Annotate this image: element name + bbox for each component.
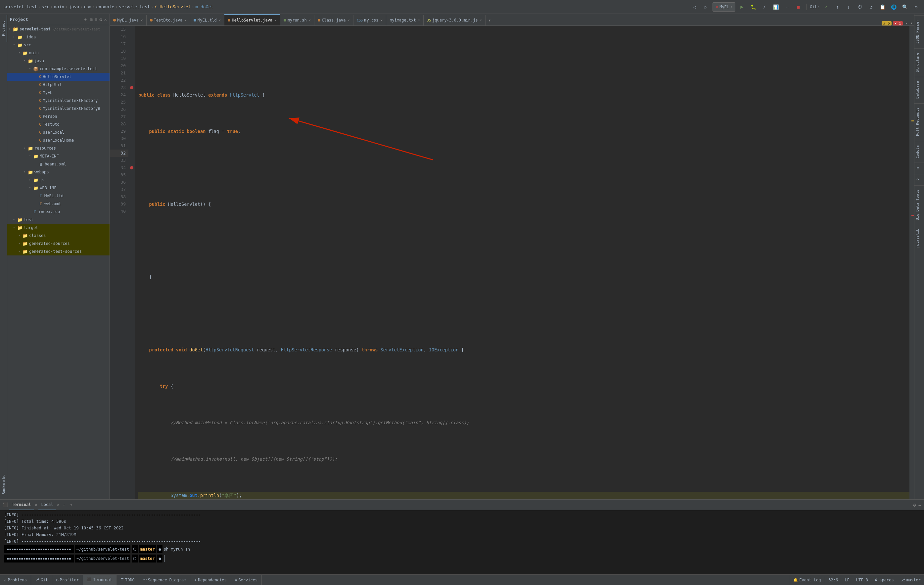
tree-item[interactable]: C UserLocalHome: [7, 136, 109, 144]
tree-scroll-icon[interactable]: ⊞: [90, 17, 92, 22]
tab-close-icon[interactable]: ✕: [274, 18, 277, 23]
tree-settings-icon[interactable]: ⚙: [99, 17, 102, 22]
tree-item[interactable]: ▾ 📁 META-INF: [7, 152, 109, 160]
nav-back-icon[interactable]: ◁: [690, 2, 699, 12]
terminal-gear-icon[interactable]: ⚙: [913, 502, 916, 508]
status-item-sequence-diagram[interactable]: 〰 Sequence Diagram: [139, 575, 191, 585]
tree-item[interactable]: ▾ 📁 WEB-INF: [7, 184, 109, 192]
tab-close-icon[interactable]: ✕: [348, 18, 350, 23]
git-update-btn[interactable]: ✓: [822, 2, 831, 12]
tree-item[interactable]: ▾ 📁 main: [7, 49, 109, 57]
stop-button[interactable]: ■: [794, 2, 803, 12]
terminal-add-tab[interactable]: +: [61, 502, 67, 508]
event-log-btn[interactable]: 🔔 Event Log: [789, 575, 825, 585]
tree-item[interactable]: ▸ 📁 classes: [7, 232, 109, 239]
terminal-content[interactable]: [INFO] ---------------------------------…: [0, 510, 924, 574]
D-tool[interactable]: D: [914, 174, 924, 185]
database-tool[interactable]: Database: [914, 77, 924, 102]
tab-close-icon[interactable]: ✕: [418, 18, 420, 23]
bc-example[interactable]: example: [96, 4, 114, 9]
tab-close-icon[interactable]: ✕: [219, 18, 221, 23]
tree-item[interactable]: ▸ 📁 js: [7, 176, 109, 184]
terminal-local-close[interactable]: ✕: [57, 503, 59, 507]
terminal-local-tab[interactable]: Local: [38, 499, 56, 510]
json-parser-tool[interactable]: JSON Parser: [914, 15, 924, 48]
tree-item[interactable]: C Person: [7, 112, 109, 120]
git-push-btn[interactable]: ↑: [833, 2, 842, 12]
git-pull-btn[interactable]: ↓: [844, 2, 853, 12]
code-content[interactable]: public class HelloServlet extends HttpSe…: [135, 26, 909, 499]
tree-add-icon[interactable]: ＋: [83, 16, 88, 23]
terminal-tab-close-icon[interactable]: ✕: [35, 503, 37, 507]
bc-method[interactable]: m doGet: [195, 4, 213, 9]
status-item-git[interactable]: ⎇ Git: [31, 575, 52, 585]
tree-item[interactable]: ▾ 📦 com.example.servelettest: [7, 65, 109, 73]
terminal-tab-label[interactable]: Terminal: [9, 499, 34, 510]
tree-item[interactable]: 🗎 web.xml: [7, 200, 109, 208]
run-config-dropdown[interactable]: ▾: [730, 5, 733, 8]
bc-class[interactable]: ⚡ HelloServlet: [155, 4, 191, 9]
codota-tool[interactable]: Codota: [914, 141, 924, 163]
status-item-dependencies[interactable]: ◈ Dependencies: [190, 575, 231, 585]
tab-helloservlet-java[interactable]: HelloServlet.java ✕: [224, 14, 280, 25]
file-encoding[interactable]: UTF-8: [853, 575, 871, 585]
indent-setting[interactable]: 4 spaces: [871, 575, 897, 585]
tree-item[interactable]: C TestDto: [7, 120, 109, 129]
tree-item[interactable]: ▸ 📁 test: [7, 216, 109, 224]
translate-btn[interactable]: 🌐: [889, 2, 898, 12]
bc-project[interactable]: servelet-test: [3, 4, 37, 9]
tree-item[interactable]: C UserLocal: [7, 129, 109, 136]
tab-close-icon[interactable]: ✕: [381, 18, 383, 23]
big-data-tool[interactable]: Big Data Tools: [914, 185, 924, 224]
git-revert-btn[interactable]: ↺: [866, 2, 876, 12]
tree-item[interactable]: ▾ 📁 java: [7, 57, 109, 65]
tab-myrun-sh[interactable]: myrun.sh ✕: [280, 15, 314, 25]
status-item-services[interactable]: ◉ Services: [231, 575, 262, 585]
bc-com[interactable]: com: [84, 4, 91, 9]
terminal-dropdown[interactable]: ▾: [69, 503, 74, 507]
tab-myel-tld[interactable]: MyEL.tld ✕: [190, 15, 224, 25]
tree-collapse-icon[interactable]: ⊟: [95, 17, 97, 22]
run-config-label[interactable]: MyEL: [719, 5, 729, 9]
tab-close-icon[interactable]: ✕: [480, 18, 482, 23]
tree-item[interactable]: ▾ 📁 servelet-test ~/github/servelet-test: [7, 25, 109, 33]
settings-btn[interactable]: ⚙: [911, 2, 921, 12]
tree-item[interactable]: ▾ 📁 src: [7, 41, 109, 49]
tree-item[interactable]: C MyInitialContextFactoryB: [7, 105, 109, 112]
tree-item[interactable]: 🗎 index.jsp: [7, 208, 109, 216]
tab-close-icon[interactable]: ✕: [184, 18, 186, 23]
project-tool-icon[interactable]: Project: [0, 15, 7, 42]
tree-item[interactable]: C MyEL: [7, 89, 109, 97]
tab-close-icon[interactable]: ✕: [309, 18, 311, 23]
pull-requests-tool[interactable]: Pull Requests: [914, 103, 924, 140]
structure-tool[interactable]: Structure: [914, 48, 924, 76]
bc-src[interactable]: src: [42, 4, 50, 9]
tree-close-icon[interactable]: ✕: [104, 17, 107, 22]
tree-item[interactable]: C HelloServlet: [7, 73, 109, 81]
run-coverage-button[interactable]: ⚡: [760, 2, 769, 12]
debug-button[interactable]: 🐛: [749, 2, 758, 12]
search-btn[interactable]: 🔍: [900, 2, 909, 12]
run-button[interactable]: ▶: [738, 2, 747, 12]
m-tool[interactable]: m: [914, 163, 924, 173]
bc-main[interactable]: main: [54, 4, 64, 9]
git-branch-status[interactable]: ⎇ master: [897, 575, 924, 585]
profiler-button[interactable]: 📊: [771, 2, 780, 12]
tree-item[interactable]: 🗎 MyEL.tld: [7, 192, 109, 200]
line-ending[interactable]: LF: [841, 575, 853, 585]
bookmarks-icon[interactable]: Bookmarks: [0, 471, 7, 498]
scroll-down-icon[interactable]: ▾: [909, 21, 914, 25]
cursor-position[interactable]: 32:6: [825, 575, 841, 585]
tree-item[interactable]: ▸ 📁 generated-test-sources: [7, 247, 109, 255]
tab-close-icon[interactable]: ✕: [141, 18, 143, 23]
bc-java[interactable]: java: [69, 4, 79, 9]
tree-item[interactable]: ▸ 📁 generated-sources: [7, 239, 109, 247]
tree-item[interactable]: ▾ 📁 webapp: [7, 168, 109, 176]
git-annotate-btn[interactable]: 📋: [878, 2, 887, 12]
tree-item[interactable]: ▸ 📁 .idea: [7, 33, 109, 41]
tree-item[interactable]: 🗎 beans.xml: [7, 160, 109, 168]
tree-item[interactable]: ▾ 📁 target: [7, 224, 109, 232]
status-item-problems[interactable]: ⚠ Problems: [0, 575, 31, 585]
more-run-button[interactable]: ⋯: [782, 2, 792, 12]
status-item-terminal[interactable]: ⬛ Terminal: [83, 575, 117, 585]
